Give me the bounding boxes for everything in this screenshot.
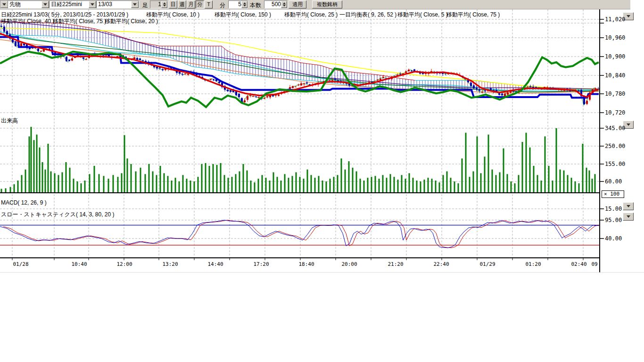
axis-tick-label: 95.00 [605, 217, 622, 223]
legend-item: 移動平均( Close, 40 ) [1, 17, 54, 25]
time-axis-label: 01:20 [525, 261, 541, 267]
volume-multiplier-badge: × 100 [602, 190, 624, 198]
minute-interval-spin-icon[interactable] [241, 1, 248, 8]
stoch-pane-menu-button[interactable] [623, 213, 634, 221]
time-axis-label: 14:40 [207, 261, 223, 267]
contract-month-value: 13/03 [98, 1, 112, 8]
symbol-type-arrow-icon[interactable] [41, 1, 49, 8]
axis-tick-label: 40.00 [605, 235, 622, 242]
axis-tick-label: 11,020 [605, 16, 625, 23]
axis-tick-label: 10,960 [605, 34, 625, 41]
symbol-type-value: 先物 [9, 1, 21, 8]
axis-tick-label: 10,720 [605, 109, 625, 116]
legend-item: 移動平均( Close, 20 ) [105, 17, 158, 25]
axis-tick-label: 15.00 [605, 206, 622, 212]
chart-area: 出来高 MACD( 12, 26, 9 ) スロー・ストキャスティクス( 14,… [0, 9, 644, 292]
timeframe-month-button[interactable]: 月 [187, 0, 195, 8]
bar-interval-spin-icon[interactable] [161, 1, 167, 8]
time-axis-label: 01/29 [479, 261, 495, 267]
time-axis-label: 21:20 [388, 261, 403, 267]
macd-pane-title: MACD( 12, 26, 9 ) [1, 199, 47, 206]
minute-interval-stepper[interactable]: 5 [228, 0, 248, 8]
axis-tick-label: 155.00 [605, 161, 625, 167]
legend-item: 移動平均( Close, 150 ) [215, 11, 271, 19]
axis-tick-label: 10,900 [605, 53, 625, 60]
time-axis-label: 20:00 [341, 261, 357, 267]
axis-tick-label: 10,780 [605, 90, 625, 97]
axis-tick-label: 10,840 [605, 72, 625, 79]
apply-button[interactable]: 適用 [289, 0, 306, 8]
time-axis-label: 13:20 [162, 261, 178, 267]
axis-tick-label: 60.00 [605, 178, 622, 185]
time-axis-label: 18:40 [298, 261, 314, 267]
axis-tick-label: 250.00 [605, 143, 625, 149]
time-axis-label: 09 [591, 261, 597, 267]
chart-plot-area[interactable] [0, 9, 644, 287]
timeframe-week-button[interactable]: 週 [178, 0, 186, 8]
bar-count-label: 本数 [250, 1, 261, 9]
time-axis-label: 17:20 [253, 261, 269, 267]
minute-interval-value: 5 [238, 1, 241, 8]
timeframe-day-button[interactable]: 日 [169, 0, 177, 8]
bar-type-label: 足 [142, 1, 148, 9]
chevron-down-icon [627, 205, 630, 207]
bar-count-stepper[interactable]: 500 [264, 0, 288, 8]
bar-count-value: 500 [272, 1, 281, 8]
time-axis-label: 01/28 [13, 261, 28, 267]
bar-interval-value: 1 [158, 1, 161, 8]
legend-item: 移動平均( Close, 25 ) [284, 11, 338, 19]
time-axis-label: 12:00 [116, 261, 132, 267]
axis-tick-label: 345.00 [605, 125, 625, 132]
symbol-combobox[interactable]: 日経225mini [49, 0, 97, 8]
mini-combobox-arrow-icon[interactable] [0, 1, 8, 8]
legend-item: 移動平均( Close, 75 ) [53, 17, 106, 25]
contract-month-combobox[interactable]: 13/03 [96, 0, 139, 8]
toolbar: 先物 日経225mini 13/03 足 1 日 週 月 分 T 分 5 本数 … [0, 0, 630, 9]
bar-count-spin-icon[interactable] [281, 1, 287, 8]
timeframe-tick-button[interactable]: T [205, 0, 213, 8]
time-axis-label: 22:40 [433, 261, 449, 267]
symbol-type-combobox[interactable]: 先物 [8, 0, 50, 8]
symbol-arrow-icon[interactable] [89, 1, 96, 8]
multi-symbol-button[interactable]: 複数銘柄 [312, 0, 342, 8]
chevron-down-icon [627, 15, 630, 17]
legend-item: 移動平均( Close, 5 ) [397, 11, 448, 19]
symbol-value: 日経225mini [51, 1, 82, 8]
legend-item: 一目均衡表( 9, 26, 52 ) [339, 11, 396, 19]
time-axis-label: 10:40 [71, 261, 87, 267]
time-axis-label: 02:40 [571, 261, 586, 267]
timeframe-minute-button[interactable]: 分 [196, 0, 204, 8]
minute-label: 分 [220, 1, 225, 9]
chevron-down-icon [627, 123, 630, 126]
bar-interval-stepper[interactable]: 1 [150, 0, 168, 8]
contract-month-arrow-icon[interactable] [131, 1, 139, 8]
chevron-down-icon [627, 215, 630, 218]
stoch-pane-title: スロー・ストキャスティクス( 14, 3, 80, 20 ) [1, 211, 114, 219]
volume-pane-title: 出来高 [1, 117, 18, 125]
trading-app-window: { "toolbar":{ "combo_mini":"", "combo_sy… [0, 0, 644, 362]
legend-item: 移動平均( Close, 75 ) [446, 11, 500, 19]
macd-pane-menu-button[interactable] [623, 202, 634, 210]
